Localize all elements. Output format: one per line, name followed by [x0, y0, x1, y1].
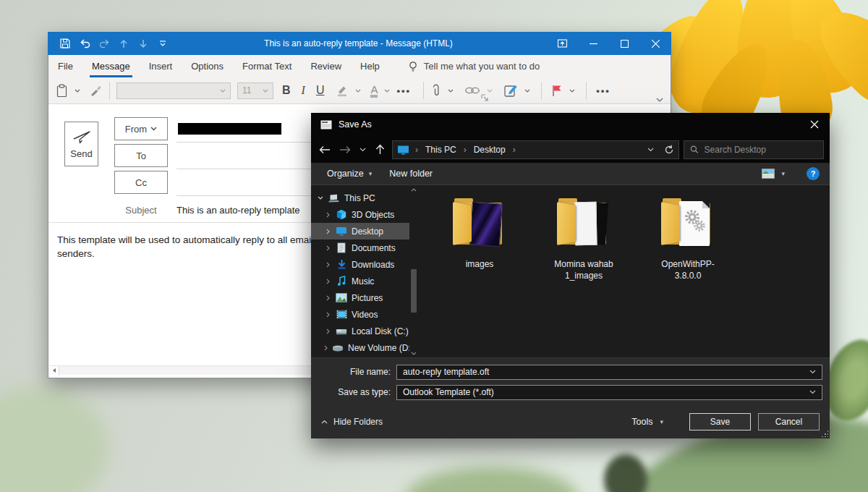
- tab-file[interactable]: File: [48, 55, 82, 77]
- help-icon[interactable]: ?: [807, 167, 820, 180]
- cc-button[interactable]: Cc: [114, 171, 168, 194]
- tree-item-desktop[interactable]: Desktop: [311, 223, 409, 239]
- hide-folders-button[interactable]: Hide Folders: [321, 417, 383, 427]
- font-color-icon[interactable]: A: [370, 84, 378, 98]
- collapse-ribbon-icon[interactable]: [656, 98, 663, 102]
- tab-message[interactable]: Message: [82, 55, 140, 77]
- tree-item-documents[interactable]: Documents: [311, 239, 409, 256]
- from-button[interactable]: From: [114, 117, 168, 140]
- breadcrumb-chevron[interactable]: ›: [462, 145, 468, 155]
- attach-dropdown-icon[interactable]: [448, 89, 454, 93]
- message-body-line2[interactable]: senders.: [57, 248, 95, 259]
- scrollbar-thumb[interactable]: [411, 269, 417, 313]
- signature-dropdown-icon[interactable]: [524, 89, 530, 93]
- dialog-close-button[interactable]: [799, 113, 830, 136]
- font-name-combo[interactable]: [116, 82, 231, 99]
- italic-button[interactable]: I: [299, 84, 307, 97]
- tab-options[interactable]: Options: [182, 55, 233, 77]
- move-down-icon[interactable]: [136, 36, 150, 51]
- tree-item-new-volume-d[interactable]: New Volume (D:: [311, 339, 409, 356]
- tree-item-local-disk-c[interactable]: Local Disk (C:): [311, 323, 409, 339]
- recent-locations-icon[interactable]: [357, 141, 367, 158]
- chevron-right-icon[interactable]: [324, 229, 331, 234]
- qat-customize-icon[interactable]: [156, 36, 170, 51]
- folder-item-momina-wahab[interactable]: Momina wahab 1_images: [544, 195, 624, 357]
- move-up-icon[interactable]: [116, 36, 131, 51]
- signature-icon[interactable]: [503, 84, 518, 98]
- tab-help[interactable]: Help: [351, 55, 389, 77]
- change-view-button[interactable]: ▾: [756, 165, 791, 182]
- file-name-input[interactable]: auto-reply template.oft: [396, 365, 822, 380]
- link-icon[interactable]: [464, 86, 480, 95]
- forward-button[interactable]: [337, 141, 353, 158]
- font-color-dropdown-icon[interactable]: [384, 89, 390, 93]
- subject-field[interactable]: This is an auto-reply template: [176, 205, 300, 216]
- undo-icon[interactable]: [77, 36, 92, 51]
- to-button[interactable]: To: [114, 144, 168, 167]
- cancel-button[interactable]: Cancel: [758, 413, 820, 430]
- chevron-right-icon[interactable]: [324, 212, 331, 218]
- paste-dropdown-icon[interactable]: [75, 89, 80, 93]
- folder-item-images[interactable]: images: [440, 195, 519, 357]
- tree-item-videos[interactable]: Videos: [311, 306, 409, 323]
- organize-button[interactable]: Organize ▾: [321, 165, 378, 182]
- save-button[interactable]: Save: [689, 413, 751, 430]
- close-button[interactable]: [640, 32, 671, 55]
- new-folder-button[interactable]: New folder: [383, 165, 438, 182]
- tree-item-3d-objects[interactable]: 3D Objects: [311, 206, 409, 223]
- chevron-right-icon[interactable]: [324, 245, 331, 251]
- message-body-line1[interactable]: This template will be used to automatica…: [57, 234, 323, 245]
- scroll-left-icon[interactable]: [49, 366, 59, 376]
- paste-icon[interactable]: [56, 84, 68, 98]
- chevron-right-icon[interactable]: [324, 312, 331, 318]
- chevron-right-icon[interactable]: [324, 262, 331, 268]
- save-as-type-select[interactable]: Outlook Template (*.oft): [396, 385, 822, 400]
- chevron-expanded-icon[interactable]: [317, 196, 324, 200]
- tab-review[interactable]: Review: [301, 55, 351, 77]
- underline-button[interactable]: U: [314, 84, 327, 97]
- scroll-up-icon[interactable]: [409, 185, 418, 194]
- minimize-button[interactable]: [578, 32, 609, 55]
- redo-icon[interactable]: [97, 36, 111, 51]
- tab-insert[interactable]: Insert: [140, 55, 182, 77]
- chevron-right-icon[interactable]: [324, 295, 331, 301]
- dialog-launcher-icon[interactable]: [481, 94, 488, 101]
- breadcrumb-desktop[interactable]: Desktop: [472, 145, 507, 155]
- tree-item-this-pc[interactable]: This PC: [311, 190, 409, 206]
- highlight-icon[interactable]: [336, 84, 349, 97]
- maximize-button[interactable]: [609, 32, 640, 55]
- tree-scrollbar[interactable]: [409, 185, 418, 357]
- chevron-right-icon[interactable]: [324, 328, 331, 334]
- scroll-down-icon[interactable]: [409, 349, 418, 357]
- tell-me-box[interactable]: Tell me what you want to do: [408, 61, 540, 72]
- breadcrumb-this-pc[interactable]: This PC: [424, 145, 458, 155]
- tree-item-pictures[interactable]: Pictures: [311, 289, 409, 306]
- attach-file-icon[interactable]: [430, 84, 441, 98]
- font-size-combo[interactable]: 11: [237, 82, 273, 99]
- tab-format-text[interactable]: Format Text: [233, 55, 301, 77]
- tree-item-downloads[interactable]: Downloads: [311, 256, 409, 273]
- highlight-dropdown-icon[interactable]: [355, 89, 361, 93]
- format-painter-icon[interactable]: [90, 85, 103, 97]
- send-button[interactable]: Send: [64, 122, 98, 166]
- ribbon-display-options-button[interactable]: [547, 32, 578, 55]
- save-icon[interactable]: [58, 36, 72, 51]
- bold-button[interactable]: B: [280, 84, 293, 97]
- chevron-right-icon[interactable]: [324, 279, 331, 284]
- tools-button[interactable]: Tools ▾: [631, 417, 663, 427]
- more-commands-icon[interactable]: •••: [596, 85, 610, 96]
- address-dropdown-icon[interactable]: [647, 148, 654, 152]
- flag-dropdown-icon[interactable]: [569, 89, 575, 93]
- chevron-right-icon[interactable]: [324, 345, 328, 351]
- back-button[interactable]: [317, 141, 333, 158]
- chevron-down-icon[interactable]: [809, 370, 816, 374]
- follow-up-flag-icon[interactable]: [551, 84, 563, 97]
- folder-item-openwithpp[interactable]: OpenWithPP-3.8.0.0: [648, 195, 728, 357]
- address-bar[interactable]: › This PC › Desktop ›: [392, 140, 679, 159]
- link-dropdown-icon[interactable]: [487, 89, 493, 93]
- chevron-down-icon[interactable]: [809, 390, 816, 394]
- search-input[interactable]: [705, 145, 817, 155]
- search-box[interactable]: [684, 140, 824, 159]
- tree-item-music[interactable]: Music: [311, 273, 409, 289]
- breadcrumb-chevron[interactable]: ›: [511, 145, 517, 155]
